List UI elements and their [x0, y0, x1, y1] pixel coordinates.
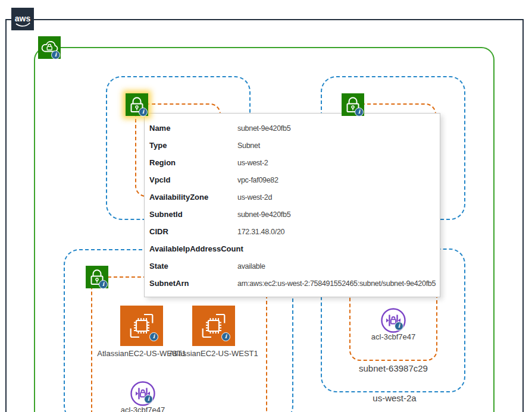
tooltip-row: Type Subnet	[149, 137, 435, 154]
tooltip-label: Region	[149, 158, 237, 167]
tooltip-row: CIDR 172.31.48.0/20	[149, 223, 435, 240]
tooltip-label: AvailableIpAddressCount	[149, 244, 237, 253]
ec2-instance-icon-1[interactable]: i	[120, 306, 163, 346]
tooltip-value: 172.31.48.0/20	[237, 228, 284, 236]
network-acl-icon-bottom[interactable]: i	[129, 380, 157, 407]
network-acl-label: acl-3cbf7e47	[371, 332, 415, 341]
availability-zone-label: us-west-2a	[373, 393, 416, 403]
tooltip-row: VpcId vpc-faf09e82	[149, 171, 435, 188]
info-icon: i	[355, 108, 364, 117]
aws-logo-text: aws	[15, 14, 31, 23]
ec2-instance-icon-2[interactable]: i	[192, 306, 235, 346]
network-acl-icon	[129, 380, 157, 407]
tooltip-value: vpc-faf09e82	[237, 176, 278, 184]
info-icon: i	[51, 51, 60, 59]
subnet-tooltip: Name subnet-9e420fb5 Type Subnet Region …	[144, 113, 440, 297]
network-acl-icon-right[interactable]: i	[380, 307, 407, 334]
tooltip-label: State	[149, 262, 237, 271]
tooltip-label: CIDR	[149, 227, 237, 236]
subnet-label: subnet-63987c29	[359, 363, 428, 373]
ec2-instance-label: AtlassianEC2-US-WEST1	[169, 349, 258, 358]
tooltip-row: SubnetArn arn:aws:ec2:us-west-2:75849155…	[149, 275, 435, 292]
info-icon: i	[395, 322, 403, 331]
tooltip-value: us-west-2d	[237, 193, 272, 202]
info-icon: i	[221, 332, 230, 341]
info-icon: i	[149, 332, 158, 341]
security-group-icon-top-left-selected[interactable]: i	[126, 93, 148, 116]
security-group-icon-bottom-left[interactable]: i	[86, 266, 108, 288]
network-acl-label: acl-3cbf7e47	[121, 405, 165, 412]
tooltip-label: AvailabilityZone	[149, 193, 237, 202]
tooltip-row: SubnetId subnet-9e420fb5	[149, 206, 435, 223]
diagram-canvas: aws i i i	[0, 0, 532, 412]
aws-logo: aws	[11, 8, 34, 30]
aws-logo-icon: aws	[11, 8, 34, 30]
vpc-icon[interactable]: i	[38, 36, 61, 59]
network-acl-icon	[380, 307, 407, 334]
info-icon: i	[144, 395, 153, 404]
info-icon: i	[99, 280, 108, 289]
tooltip-row: State available	[149, 257, 435, 275]
tooltip-value: Subnet	[237, 141, 260, 150]
tooltip-label: SubnetArn	[149, 279, 237, 288]
tooltip-row: Name subnet-9e420fb5	[149, 119, 435, 137]
tooltip-value: subnet-9e420fb5	[237, 210, 290, 219]
tooltip-value: us-west-2	[237, 159, 268, 167]
info-icon: i	[139, 108, 148, 117]
tooltip-label: Type	[149, 141, 237, 150]
tooltip-row: Region us-west-2	[149, 154, 435, 171]
tooltip-label: VpcId	[149, 175, 237, 184]
tooltip-row: AvailableIpAddressCount	[149, 240, 435, 257]
tooltip-value: arn:aws:ec2:us-west-2:758491552465:subne…	[237, 279, 436, 288]
security-group-icon-top-right[interactable]: i	[342, 93, 364, 116]
tooltip-value: available	[237, 262, 265, 271]
tooltip-row: AvailabilityZone us-west-2d	[149, 188, 435, 206]
tooltip-label: Name	[149, 124, 237, 133]
tooltip-label: SubnetId	[149, 210, 237, 219]
tooltip-value: subnet-9e420fb5	[237, 124, 290, 133]
